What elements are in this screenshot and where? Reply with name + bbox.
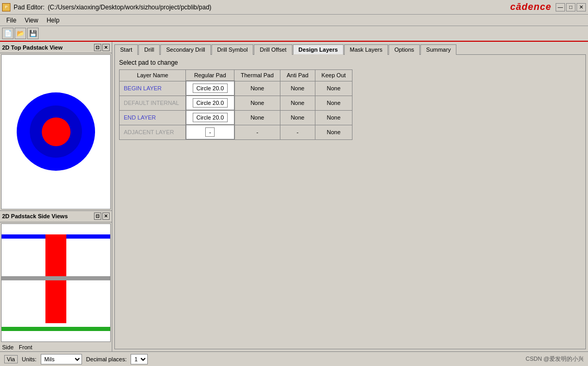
regular-pad-button[interactable]: -: [205, 127, 215, 137]
col-header-regular-pad: Regular Pad: [186, 70, 234, 81]
sv-bottom-layer-line: [2, 327, 110, 331]
thermal-pad-cell[interactable]: None: [234, 96, 280, 110]
table-row[interactable]: ADJACENT LAYER - - - None: [120, 125, 352, 139]
sv-mid-layer-line: [2, 276, 110, 280]
side-pad-restore-button[interactable]: ⊡: [94, 212, 101, 220]
pad-layers-table: Layer Name Regular Pad Thermal Pad Anti …: [119, 69, 352, 140]
layer-name-cell: ADJACENT LAYER: [120, 125, 186, 139]
content-area: Select pad to change Layer Name Regular …: [114, 54, 586, 349]
top-pad-restore-button[interactable]: ⊡: [94, 44, 101, 51]
top-pad-canvas: [1, 54, 111, 209]
front-label: Front: [19, 344, 32, 350]
table-row[interactable]: BEGIN LAYER Circle 20.0 None None None: [120, 81, 352, 96]
cadence-logo: cādence: [510, 2, 551, 13]
toolbar: 📄 📂 💾: [0, 26, 588, 42]
tab-drill[interactable]: Drill: [138, 44, 160, 55]
keep-out-cell[interactable]: None: [315, 96, 352, 110]
title-bar-left: P Pad Editor: (C:/Users/xiaoxing/Desktop…: [2, 3, 211, 11]
tab-drill-offset[interactable]: Drill Offset: [254, 44, 292, 55]
anti-pad-cell[interactable]: None: [280, 96, 315, 110]
table-row[interactable]: DEFAULT INTERNAL Circle 20.0 None None N…: [120, 96, 352, 110]
col-header-anti-pad: Anti Pad: [280, 70, 315, 81]
keep-out-cell[interactable]: None: [315, 81, 352, 96]
app-name: Pad Editor:: [14, 4, 44, 11]
tab-mask-layers[interactable]: Mask Layers: [344, 44, 388, 55]
pad-mid-circle: [30, 105, 82, 158]
save-button[interactable]: 💾: [27, 28, 39, 39]
tab-start[interactable]: Start: [114, 44, 138, 55]
decimal-places-label: Decimal places:: [86, 356, 127, 362]
tab-design-layers[interactable]: Design Layers: [293, 44, 344, 55]
regular-pad-cell[interactable]: Circle 20.0: [186, 110, 234, 125]
side-pad-view-header: 2D Padstack Side Views ⊡ ✕: [0, 211, 112, 222]
right-panel: Start Drill Secondary Drill Drill Symbol…: [112, 42, 588, 351]
regular-pad-cell[interactable]: -: [186, 125, 234, 139]
anti-pad-cell[interactable]: -: [280, 125, 315, 139]
window-controls: — □ ✕: [556, 3, 586, 11]
regular-pad-cell[interactable]: Circle 20.0: [186, 81, 234, 96]
status-bar: Via Units: Mils Inches Millimeters Decim…: [0, 351, 588, 366]
side-label: Side: [2, 344, 14, 350]
status-bar-left: Via Units: Mils Inches Millimeters Decim…: [4, 354, 148, 364]
regular-pad-button[interactable]: Circle 20.0: [193, 113, 228, 122]
top-pad-close-button[interactable]: ✕: [102, 44, 110, 51]
side-view-labels: Side Front: [0, 343, 112, 351]
tab-bar: Start Drill Secondary Drill Drill Symbol…: [112, 42, 588, 54]
open-button[interactable]: 📂: [15, 28, 26, 39]
keep-out-cell[interactable]: None: [315, 125, 352, 139]
thermal-pad-cell[interactable]: -: [234, 125, 280, 139]
top-pad-view-header: 2D Top Padstack View ⊡ ✕: [0, 42, 112, 53]
menu-view[interactable]: View: [20, 16, 42, 25]
col-header-thermal-pad: Thermal Pad: [234, 70, 280, 81]
anti-pad-cell[interactable]: None: [280, 81, 315, 96]
tab-summary[interactable]: Summary: [420, 44, 456, 55]
side-view-content: [2, 224, 110, 341]
units-select[interactable]: Mils Inches Millimeters: [41, 354, 82, 364]
menu-bar: File View Help: [0, 15, 588, 26]
tab-secondary-drill[interactable]: Secondary Drill: [160, 44, 211, 55]
title-bar: P Pad Editor: (C:/Users/xiaoxing/Desktop…: [0, 0, 588, 15]
app-path: (C:/Users/xiaoxing/Desktop/work/sizhou/p…: [48, 4, 211, 11]
tab-drill-symbol[interactable]: Drill Symbol: [211, 44, 254, 55]
select-pad-text: Select pad to change: [119, 59, 581, 66]
pad-inner-circle: [42, 117, 70, 146]
maximize-button[interactable]: □: [566, 3, 575, 11]
thermal-pad-cell[interactable]: None: [234, 81, 280, 96]
minimize-button[interactable]: —: [556, 3, 565, 11]
watermark: CSDN @爱发明的小兴: [526, 355, 584, 363]
units-label: Units:: [22, 356, 37, 362]
close-button[interactable]: ✕: [577, 3, 586, 11]
new-button[interactable]: 📄: [2, 28, 14, 39]
side-pad-view-title: 2D Padstack Side Views: [2, 213, 68, 219]
col-header-keep-out: Keep Out: [315, 70, 352, 81]
top-pad-view-controls: ⊡ ✕: [94, 44, 110, 51]
regular-pad-cell[interactable]: Circle 20.0: [186, 96, 234, 110]
top-pad-view-title: 2D Top Padstack View: [2, 44, 63, 51]
pad-outer-circle: [17, 92, 95, 171]
thermal-pad-cell[interactable]: None: [234, 110, 280, 125]
side-pad-close-button[interactable]: ✕: [102, 212, 110, 220]
layer-name-cell: DEFAULT INTERNAL: [120, 96, 186, 110]
via-badge: Via: [4, 355, 18, 363]
side-pad-canvas: [1, 223, 111, 342]
layer-name-cell: BEGIN LAYER: [120, 81, 186, 96]
side-pad-view-controls: ⊡ ✕: [94, 212, 110, 220]
decimal-places-select[interactable]: 0 1 2 3 4: [131, 354, 148, 364]
menu-help[interactable]: Help: [42, 16, 64, 25]
regular-pad-button[interactable]: Circle 20.0: [193, 84, 228, 93]
regular-pad-button[interactable]: Circle 20.0: [193, 98, 228, 108]
left-panel: 2D Top Padstack View ⊡ ✕ 2D Padstack Sid…: [0, 42, 112, 351]
layer-name-cell: END LAYER: [120, 110, 186, 125]
table-row[interactable]: END LAYER Circle 20.0 None None None: [120, 110, 352, 125]
menu-file[interactable]: File: [2, 16, 20, 25]
app-icon: P: [2, 3, 10, 11]
anti-pad-cell[interactable]: None: [280, 110, 315, 125]
col-header-layer-name: Layer Name: [120, 70, 186, 81]
keep-out-cell[interactable]: None: [315, 110, 352, 125]
main-area: 2D Top Padstack View ⊡ ✕ 2D Padstack Sid…: [0, 42, 588, 351]
tab-options[interactable]: Options: [389, 44, 420, 55]
